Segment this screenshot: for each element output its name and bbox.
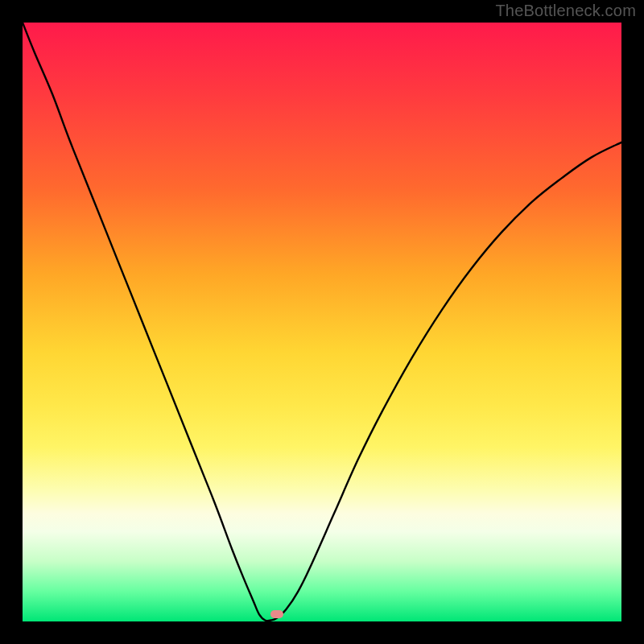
- plot-area: [23, 23, 621, 621]
- optimal-point-marker: [270, 610, 283, 618]
- chart-frame: TheBottleneck.com: [0, 0, 644, 644]
- bottleneck-curve: [23, 23, 621, 621]
- watermark-text: TheBottleneck.com: [495, 2, 636, 20]
